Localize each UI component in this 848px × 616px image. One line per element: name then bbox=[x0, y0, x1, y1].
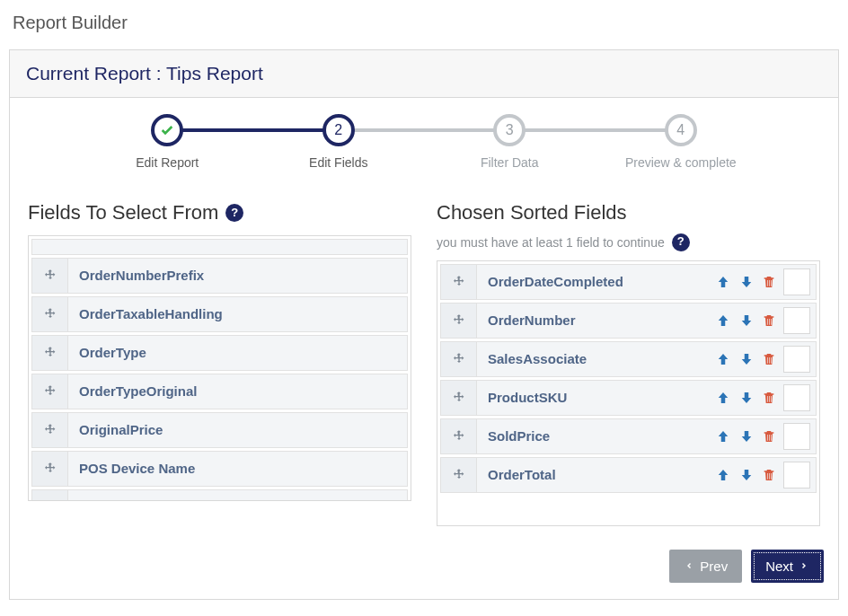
chosen-fields-list[interactable]: OrderDateCompletedOrderNumberSalesAssoci… bbox=[437, 260, 820, 526]
move-up-button[interactable] bbox=[713, 465, 733, 485]
drag-handle-icon[interactable] bbox=[32, 374, 68, 409]
field-actions bbox=[713, 265, 816, 299]
step-label: Preview & complete bbox=[625, 155, 737, 170]
list-item[interactable]: POS Location Name bbox=[31, 489, 408, 501]
chosen-fields-column: Chosen Sorted Fields you must have at le… bbox=[437, 200, 820, 526]
drag-handle-icon[interactable] bbox=[32, 490, 68, 501]
chosen-fields-title: Chosen Sorted Fields you must have at le… bbox=[437, 200, 820, 251]
sort-order-input[interactable] bbox=[783, 423, 810, 450]
list-item[interactable]: OrderTotal bbox=[440, 457, 817, 493]
delete-button[interactable] bbox=[760, 272, 778, 292]
move-up-button[interactable] bbox=[713, 349, 733, 369]
wizard-footer: Prev Next bbox=[10, 535, 838, 599]
delete-button[interactable] bbox=[760, 427, 778, 446]
available-fields-column: Fields To Select From ? OrderNumberPrefi… bbox=[28, 200, 411, 526]
check-icon bbox=[151, 114, 183, 146]
help-icon[interactable]: ? bbox=[672, 233, 690, 251]
drag-handle-icon[interactable] bbox=[32, 259, 68, 293]
step-connector bbox=[509, 128, 681, 132]
sort-order-input[interactable] bbox=[783, 462, 810, 488]
prev-button[interactable]: Prev bbox=[669, 550, 742, 583]
available-fields-title: Fields To Select From ? bbox=[28, 200, 411, 226]
sort-order-input[interactable] bbox=[783, 268, 810, 295]
field-label: POS Device Name bbox=[68, 452, 407, 486]
page-title: Report Builder bbox=[0, 0, 848, 49]
move-down-button[interactable] bbox=[737, 388, 756, 408]
list-item[interactable]: OrderTaxableHandling bbox=[31, 296, 408, 332]
field-actions bbox=[713, 342, 816, 376]
drag-handle-icon[interactable] bbox=[441, 458, 477, 492]
step-number: 2 bbox=[322, 114, 355, 146]
step-edit-fields[interactable]: 2 Edit Fields bbox=[253, 114, 425, 170]
field-label: OrderTypeOriginal bbox=[68, 374, 407, 409]
list-item[interactable]: OrderDateCompleted bbox=[440, 264, 817, 300]
sort-order-input[interactable] bbox=[783, 307, 810, 334]
panel-body: Edit Report 2 Edit Fields 3 Filter Data … bbox=[10, 98, 838, 599]
drag-handle-icon[interactable] bbox=[32, 413, 68, 447]
field-label: OrderTotal bbox=[477, 458, 713, 492]
field-actions bbox=[713, 419, 816, 453]
next-button[interactable]: Next bbox=[751, 550, 824, 583]
sort-order-input[interactable] bbox=[783, 384, 810, 411]
arrow-left-icon bbox=[684, 560, 694, 571]
drag-handle-icon[interactable] bbox=[441, 419, 477, 453]
drag-handle-icon[interactable] bbox=[441, 304, 477, 338]
list-item[interactable]: OrderTypeOriginal bbox=[31, 374, 408, 409]
list-item[interactable]: OrderNumber bbox=[440, 303, 817, 339]
sort-order-input[interactable] bbox=[783, 346, 810, 373]
field-label: OrderNumber bbox=[477, 304, 713, 338]
move-up-button[interactable] bbox=[713, 311, 733, 330]
move-down-button[interactable] bbox=[737, 311, 756, 330]
drag-handle-icon[interactable] bbox=[32, 452, 68, 486]
move-down-button[interactable] bbox=[737, 272, 756, 292]
field-label: POS Location Name bbox=[68, 490, 407, 501]
drag-handle-icon[interactable] bbox=[441, 381, 477, 415]
field-actions bbox=[713, 304, 816, 338]
delete-button[interactable] bbox=[760, 349, 778, 369]
list-item[interactable]: POS Device Name bbox=[31, 451, 408, 487]
field-label: SalesAssociate bbox=[477, 342, 713, 376]
drag-handle-icon[interactable] bbox=[441, 265, 477, 299]
field-label: OrderType bbox=[68, 336, 407, 370]
drag-handle-icon[interactable] bbox=[32, 297, 68, 331]
list-item bbox=[31, 239, 408, 255]
move-down-button[interactable] bbox=[737, 465, 756, 485]
chosen-fields-title-text: Chosen Sorted Fields bbox=[437, 200, 627, 226]
delete-button[interactable] bbox=[760, 388, 778, 408]
move-down-button[interactable] bbox=[737, 427, 756, 446]
step-wizard: Edit Report 2 Edit Fields 3 Filter Data … bbox=[10, 98, 838, 175]
step-edit-report[interactable]: Edit Report bbox=[82, 114, 253, 170]
step-label: Edit Fields bbox=[309, 155, 367, 170]
step-connector bbox=[167, 128, 339, 132]
field-label: OrderNumberPrefix bbox=[68, 259, 407, 293]
chosen-fields-subtext: you must have at least 1 field to contin… bbox=[437, 234, 665, 251]
step-filter-data[interactable]: 3 Filter Data bbox=[424, 114, 596, 170]
list-item[interactable]: SalesAssociate bbox=[440, 341, 817, 377]
step-label: Edit Report bbox=[136, 155, 199, 170]
list-item[interactable]: OrderType bbox=[31, 335, 408, 371]
arrow-right-icon bbox=[799, 560, 809, 571]
list-item[interactable]: SoldPrice bbox=[440, 418, 817, 454]
step-preview-complete[interactable]: 4 Preview & complete bbox=[596, 114, 767, 170]
available-fields-list[interactable]: OrderNumberPrefixOrderTaxableHandlingOrd… bbox=[28, 235, 411, 501]
report-panel: Current Report : Tips Report Edit Report… bbox=[9, 49, 839, 600]
drag-handle-icon[interactable] bbox=[32, 336, 68, 370]
field-label: ProductSKU bbox=[477, 381, 713, 415]
help-icon[interactable]: ? bbox=[225, 204, 243, 222]
list-item[interactable]: OrderNumberPrefix bbox=[31, 258, 408, 294]
delete-button[interactable] bbox=[760, 311, 778, 330]
delete-button[interactable] bbox=[760, 465, 778, 485]
field-columns: Fields To Select From ? OrderNumberPrefi… bbox=[10, 175, 838, 535]
move-up-button[interactable] bbox=[713, 388, 733, 408]
list-item[interactable]: ProductSKU bbox=[440, 380, 817, 416]
move-down-button[interactable] bbox=[737, 349, 756, 369]
field-label: OrderTaxableHandling bbox=[68, 297, 407, 331]
drag-handle-icon[interactable] bbox=[441, 342, 477, 376]
move-up-button[interactable] bbox=[713, 427, 733, 446]
step-label: Filter Data bbox=[481, 155, 539, 170]
move-up-button[interactable] bbox=[713, 272, 733, 292]
field-label: OriginalPrice bbox=[68, 413, 407, 447]
list-item[interactable]: OriginalPrice bbox=[31, 412, 408, 448]
field-label: OrderDateCompleted bbox=[477, 265, 713, 299]
step-connector bbox=[339, 128, 510, 132]
